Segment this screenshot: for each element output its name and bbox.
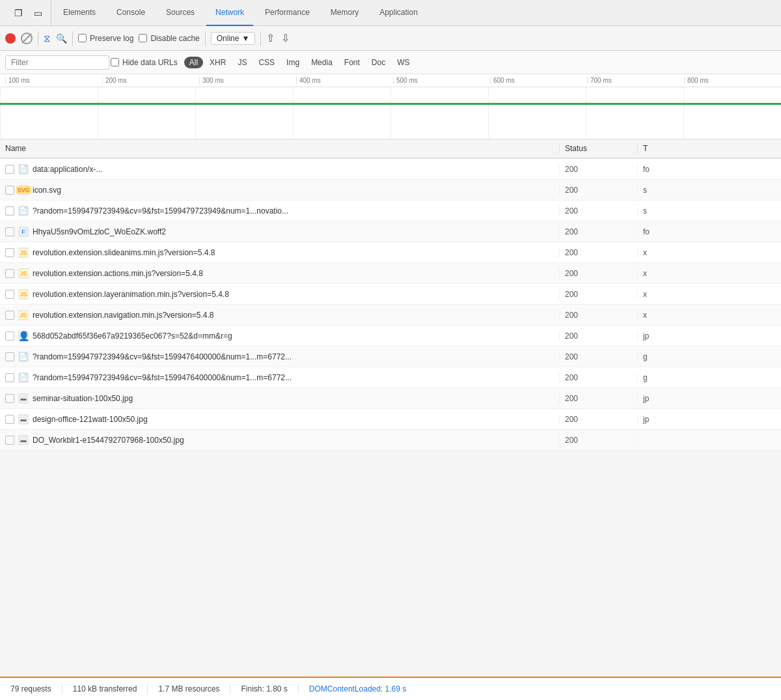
filter-js-btn[interactable]: JS <box>232 57 252 68</box>
row-checkbox[interactable] <box>5 206 14 216</box>
throttle-select[interactable]: Online ▼ <box>211 32 256 45</box>
header-type[interactable]: T <box>638 144 781 153</box>
filter-bar: ⧖ 🔍 Preserve log Disable cache Online ▼ … <box>0 26 781 51</box>
col-4 <box>293 87 390 139</box>
cell-type: x <box>638 269 781 278</box>
cell-name: JS revolution.extension.actions.min.js?v… <box>0 268 560 279</box>
row-checkbox[interactable] <box>5 269 14 278</box>
table-row[interactable]: 📄 data:application/x-... 200 fo <box>0 159 781 180</box>
col-3 <box>195 87 293 139</box>
file-icon: F <box>18 227 29 237</box>
search-icon[interactable]: 🔍 <box>56 33 67 44</box>
tab-sources[interactable]: Sources <box>157 0 204 26</box>
file-icon: JS <box>18 268 29 279</box>
file-icon: JS <box>18 310 29 320</box>
preserve-log-label[interactable]: Preserve log <box>78 34 133 43</box>
table-row[interactable]: JS revolution.extension.layeranimation.m… <box>0 284 781 305</box>
cell-name: 📄 ?random=1599479723949&cv=9&fst=1599479… <box>0 206 560 216</box>
cell-status: 200 <box>560 165 638 174</box>
table-row[interactable]: ▬ seminar-situation-100x50.jpg 200 jp <box>0 388 781 409</box>
tab-console[interactable]: Console <box>107 0 154 26</box>
col-5 <box>390 87 488 139</box>
cell-name: ▬ DO_Workblr1-e1544792707968-100x50.jpg <box>0 435 560 445</box>
tick-700: 700 ms <box>587 77 684 84</box>
row-checkbox[interactable] <box>5 394 14 403</box>
table-row[interactable]: JS revolution.extension.slideanims.min.j… <box>0 242 781 263</box>
inspect-icon[interactable]: ▭ <box>30 5 46 21</box>
table-row[interactable]: JS revolution.extension.navigation.min.j… <box>0 305 781 326</box>
file-icon: ▬ <box>18 414 29 425</box>
filter-icon[interactable]: ⧖ <box>44 33 51 44</box>
row-checkbox[interactable] <box>5 373 14 382</box>
table-row[interactable]: 📄 ?random=1599479723949&cv=9&fst=1599476… <box>0 367 781 388</box>
row-checkbox[interactable] <box>5 415 14 424</box>
cell-status: 200 <box>560 331 638 341</box>
divider <box>38 31 38 46</box>
tab-performance[interactable]: Performance <box>256 0 319 26</box>
cell-type: s <box>638 206 781 216</box>
filter-doc-btn[interactable]: Doc <box>366 57 390 68</box>
row-checkbox[interactable] <box>5 331 14 341</box>
cell-type: s <box>638 186 781 195</box>
row-checkbox[interactable] <box>5 165 14 174</box>
disable-cache-checkbox[interactable] <box>139 34 147 42</box>
file-icon: 📄 <box>18 372 29 383</box>
filter-media-btn[interactable]: Media <box>306 57 338 68</box>
table-row[interactable]: SVG icon.svg 200 s <box>0 180 781 201</box>
disable-cache-label[interactable]: Disable cache <box>139 34 199 43</box>
filter-ws-btn[interactable]: WS <box>392 57 415 68</box>
row-checkbox[interactable] <box>5 352 14 361</box>
upload-icon[interactable]: ⇧ <box>266 32 275 44</box>
table-row[interactable]: ▬ design-office-121watt-100x50.jpg 200 j… <box>0 409 781 430</box>
record-button[interactable] <box>5 33 16 44</box>
tab-network[interactable]: Network <box>206 0 253 26</box>
header-name[interactable]: Name <box>0 144 560 153</box>
file-icon: 📄 <box>18 352 29 362</box>
hide-data-urls-label[interactable]: Hide data URLs <box>111 58 178 67</box>
cell-name: 📄 ?random=1599479723949&cv=9&fst=1599476… <box>0 352 560 362</box>
file-icon: ▬ <box>18 435 29 445</box>
row-checkbox[interactable] <box>5 290 14 299</box>
cell-name: JS revolution.extension.layeranimation.m… <box>0 289 560 300</box>
tick-200: 200 ms <box>102 77 199 84</box>
table-row[interactable]: F HhyaU5sn9vOmLzloC_WoEoZK.woff2 200 fo <box>0 221 781 242</box>
tick-100: 100 ms <box>5 77 102 84</box>
cell-name: 👤 568d052abdf65f36e67a9219365ec067?s=52&… <box>0 331 560 341</box>
filter-xhr-btn[interactable]: XHR <box>204 57 231 68</box>
hide-data-urls-checkbox[interactable] <box>111 58 119 66</box>
filter-input[interactable] <box>5 55 109 70</box>
row-checkbox[interactable] <box>5 186 14 195</box>
cell-status: 200 <box>560 248 638 257</box>
tab-application[interactable]: Application <box>370 0 427 26</box>
preserve-log-checkbox[interactable] <box>78 34 87 42</box>
row-checkbox[interactable] <box>5 311 14 320</box>
tab-memory[interactable]: Memory <box>322 0 368 26</box>
cursor-icon[interactable]: ❐ <box>10 5 26 21</box>
row-checkbox[interactable] <box>5 227 14 236</box>
filter-img-btn[interactable]: Img <box>281 57 305 68</box>
filter-css-btn[interactable]: CSS <box>253 57 280 68</box>
table-row[interactable]: JS revolution.extension.actions.min.js?v… <box>0 263 781 284</box>
tick-300: 300 ms <box>199 77 296 84</box>
divider4 <box>260 31 261 46</box>
tab-elements[interactable]: Elements <box>54 0 105 26</box>
cell-name: JS revolution.extension.navigation.min.j… <box>0 310 560 320</box>
table-row[interactable]: 📄 ?random=1599479723949&cv=9&fst=1599479… <box>0 201 781 221</box>
header-status[interactable]: Status <box>560 144 638 153</box>
timeline-ticks: 100 ms 200 ms 300 ms 400 ms 500 ms 600 m… <box>0 74 781 87</box>
download-icon[interactable]: ⇩ <box>281 32 290 44</box>
table-row[interactable]: 📄 ?random=1599479723949&cv=9&fst=1599476… <box>0 346 781 367</box>
cell-type: fo <box>638 227 781 236</box>
filter-font-btn[interactable]: Font <box>339 57 365 68</box>
clear-button[interactable] <box>21 33 33 44</box>
table-body: 📄 data:application/x-... 200 fo SVG icon… <box>0 159 781 677</box>
table-row[interactable]: 👤 568d052abdf65f36e67a9219365ec067?s=52&… <box>0 326 781 346</box>
cell-status: 200 <box>560 352 638 361</box>
cell-type: x <box>638 311 781 320</box>
row-checkbox[interactable] <box>5 248 14 257</box>
row-checkbox[interactable] <box>5 436 14 445</box>
filter-all-btn[interactable]: All <box>184 57 203 68</box>
table-row[interactable]: ▬ DO_Workblr1-e1544792707968-100x50.jpg … <box>0 430 781 451</box>
tab-bar: ❐ ▭ Elements Console Sources Network Per… <box>0 0 781 26</box>
cell-status: 200 <box>560 269 638 278</box>
